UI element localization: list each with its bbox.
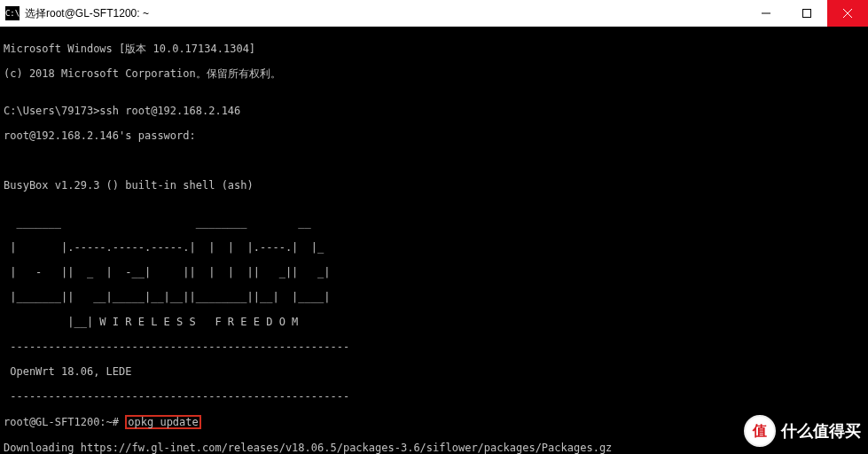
titlebar[interactable]: C:\ 选择root@GL-SFT1200: ~ [0,0,868,27]
ascii-art: ----------------------------------------… [4,390,864,403]
ascii-art: _______ ________ __ [4,216,864,229]
minimize-icon [762,9,770,18]
highlighted-command: opkg update [125,415,200,429]
prompt: root@GL-SFT1200:~# [4,416,125,428]
minimize-button[interactable] [746,0,786,27]
cmd-icon: C:\ [5,6,20,20]
terminal-window: C:\ 选择root@GL-SFT1200: ~ Microsoft Windo… [0,0,868,454]
maximize-icon [802,9,811,18]
terminal-output[interactable]: Microsoft Windows [版本 10.0.17134.1304] (… [0,27,868,454]
ascii-art: |__| W I R E L E S S F R E E D O M [4,316,864,328]
output-line: BusyBox v1.29.3 () built-in shell (ash) [4,179,864,192]
watermark-text: 什么值得买 [781,420,861,442]
ascii-art: OpenWrt 18.06, LEDE [4,365,864,378]
output-line: Downloading https://fw.gl-inet.com/relea… [4,442,864,454]
prompt-line: root@GL-SFT1200:~# opkg update [4,415,864,429]
output-line: Microsoft Windows [版本 10.0.17134.1304] [4,43,864,55]
watermark-badge-icon: 值 [744,415,776,447]
maximize-button[interactable] [786,0,827,27]
ascii-art: |_______|| __|_____|__|__||________||__|… [4,291,864,303]
output-line: root@192.168.2.146's password: [4,129,864,142]
output-line: C:\Users\79173>ssh root@192.168.2.146 [4,105,864,117]
output-line: (c) 2018 Microsoft Corporation。保留所有权利。 [4,67,864,80]
close-button[interactable] [827,0,868,27]
ascii-art: ----------------------------------------… [4,340,864,353]
watermark: 值 什么值得买 [744,415,861,447]
close-icon [843,9,852,18]
ascii-art: | |.-----.-----.-----.| | | |.----.| |_ [4,241,864,254]
ascii-art: | - || _ | -__| || | | || _|| _| [4,266,864,278]
svg-rect-1 [803,10,811,18]
window-title: 选择root@GL-SFT1200: ~ [25,6,149,21]
